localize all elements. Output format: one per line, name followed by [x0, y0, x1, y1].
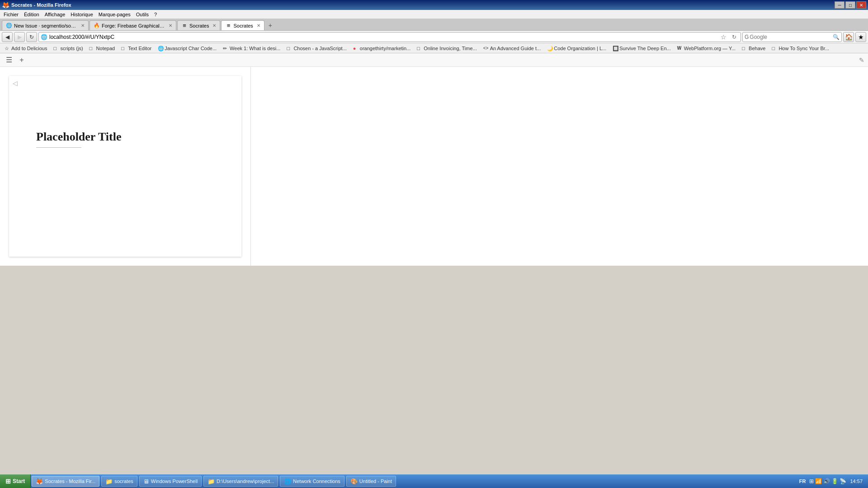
- taskbar-icon-firefox: 🦊: [36, 478, 43, 485]
- bookmark-favicon-code-org: 🌙: [547, 46, 552, 51]
- menu-fichier[interactable]: Fichier: [1, 10, 21, 19]
- title-bar-controls[interactable]: ─ □ ✕: [835, 1, 866, 9]
- tab-icon-forge: 🔥: [94, 23, 100, 29]
- bookmark-scripts[interactable]: □ scripts (js): [51, 44, 86, 52]
- bookmark-chosen[interactable]: □ Chosen - a JavaScript...: [284, 44, 349, 52]
- taskbar-item-socrates[interactable]: 📁 socrates: [101, 476, 137, 487]
- back-button[interactable]: ◀: [2, 32, 13, 42]
- tray-icon-signal: 📡: [840, 478, 846, 484]
- tab-close-socrates-2[interactable]: ✕: [257, 23, 260, 28]
- bookmark-delicious[interactable]: ☆ Add to Delicious: [2, 44, 50, 52]
- maximize-button[interactable]: □: [845, 1, 855, 9]
- address-bar-wrapper: 🌐 ☆ ↻: [38, 32, 741, 42]
- taskbar-item-explorer[interactable]: 📁 D:\Users\andrew\project...: [203, 476, 278, 487]
- tab-close-socrates-1[interactable]: ✕: [212, 23, 216, 28]
- doc-back-arrow[interactable]: ◁: [13, 80, 18, 87]
- menu-marque-pages[interactable]: Marque-pages: [96, 10, 133, 19]
- taskbar-label-firefox: Socrates - Mozilla Fir...: [45, 479, 95, 484]
- tab-bar: 🌐 New Issue · segmentio/socrates ✕ 🔥 For…: [0, 19, 868, 31]
- tab-icon-socrates-2: ≡: [225, 23, 231, 29]
- taskbar-item-paint[interactable]: 🎨 Untitled - Paint: [346, 476, 396, 487]
- refresh-button[interactable]: ↻: [26, 32, 37, 42]
- add-item-button[interactable]: +: [16, 55, 27, 66]
- bookmark-favicon-js-char: 🌐: [158, 46, 163, 51]
- title-bar-left: 🦊 Socrates - Mozilla Firefox: [2, 1, 71, 9]
- address-input[interactable]: [49, 34, 717, 40]
- tray-icon-windows: ⊞: [809, 478, 814, 484]
- tab-forge[interactable]: 🔥 Forge: Firebase Graphical Debugger ✕: [90, 20, 176, 30]
- bookmark-favicon-survive: 🔲: [613, 46, 618, 51]
- taskbar-item-firefox[interactable]: 🦊 Socrates - Mozilla Fir...: [32, 476, 99, 487]
- home-button[interactable]: 🏠: [843, 32, 854, 42]
- clock: 14:57: [848, 479, 864, 484]
- close-button[interactable]: ✕: [856, 1, 866, 9]
- bookmark-favicon-online-invoicing: □: [417, 46, 422, 51]
- address-refresh-icon[interactable]: ↻: [730, 33, 739, 42]
- bookmark-star-icon[interactable]: ☆: [719, 33, 728, 42]
- bookmarks-button[interactable]: ★: [855, 32, 866, 42]
- bookmark-notepad[interactable]: □ Notepad: [87, 44, 118, 52]
- forward-button[interactable]: ▶: [14, 32, 25, 42]
- bookmark-label-notepad: Notepad: [96, 46, 115, 51]
- nav-bar: ◀ ▶ ↻ 🌐 ☆ ↻ G 🔍 🏠 ★: [0, 31, 868, 43]
- menu-affichage[interactable]: Affichage: [42, 10, 68, 19]
- bookmark-favicon-webplatform: W: [677, 46, 683, 51]
- new-tab-button[interactable]: +: [265, 20, 275, 30]
- bookmark-advanced-guide[interactable]: <> An Advanced Guide t...: [481, 44, 544, 52]
- bookmark-js-char[interactable]: 🌐 Javascript Char Code...: [155, 44, 219, 52]
- title-bar: 🦊 Socrates - Mozilla Firefox ─ □ ✕: [0, 0, 868, 10]
- search-input[interactable]: [750, 34, 832, 40]
- bookmark-online-invoicing[interactable]: □ Online Invoicing, Time...: [414, 44, 479, 52]
- start-button[interactable]: ⊞ Start: [0, 474, 31, 488]
- tab-new-issue[interactable]: 🌐 New Issue · segmentio/socrates ✕: [2, 20, 89, 30]
- bookmark-survive[interactable]: 🔲 Survive The Deep En...: [610, 44, 674, 52]
- bookmarks-bar: ☆ Add to Delicious □ scripts (js) □ Note…: [0, 43, 868, 53]
- bookmark-orangethirty[interactable]: ● orangethirty/marketin...: [350, 44, 414, 52]
- minimize-button[interactable]: ─: [835, 1, 844, 9]
- firefox-icon: 🦊: [2, 1, 9, 9]
- bookmark-week1[interactable]: ✏ Week 1: What is desi...: [220, 44, 283, 52]
- bookmark-label-online-invoicing: Online Invoicing, Time...: [424, 46, 476, 51]
- browser-content: ☰ + ✎ ◁ Placeholder Title: [0, 53, 868, 266]
- right-panel: [251, 67, 868, 266]
- taskbar-icon-explorer: 📁: [208, 478, 215, 485]
- bookmark-code-org[interactable]: 🌙 Code Organization | L...: [544, 44, 609, 52]
- tab-socrates-2[interactable]: ≡ Socrates ✕: [221, 20, 264, 30]
- taskbar-icon-paint: 🎨: [350, 478, 358, 485]
- taskbar-item-powershell[interactable]: 🖥 Windows PowerShell: [139, 476, 202, 487]
- start-icon: ⊞: [5, 478, 11, 485]
- bookmark-webplatform[interactable]: W WebPlatform.org — Y...: [675, 44, 738, 52]
- taskbar-icon-powershell: 🖥: [143, 478, 149, 485]
- title-bar-title: Socrates - Mozilla Firefox: [11, 2, 71, 8]
- bookmark-label-webplatform: WebPlatform.org — Y...: [684, 46, 736, 51]
- list-view-button[interactable]: ☰: [4, 55, 14, 66]
- bookmark-label-chosen: Chosen - a JavaScript...: [293, 46, 346, 51]
- bookmark-text-editor[interactable]: □ Text Editor: [118, 44, 154, 52]
- doc-page: ◁ Placeholder Title: [9, 76, 241, 257]
- menu-help[interactable]: ?: [151, 10, 160, 19]
- tab-label-forge: Forge: Firebase Graphical Debugger: [102, 23, 165, 28]
- tab-close-new-issue[interactable]: ✕: [81, 23, 85, 28]
- address-icon: 🌐: [41, 34, 47, 40]
- system-tray: ⊞ 📶 🔊 🔋 📡: [809, 478, 846, 484]
- tab-close-forge[interactable]: ✕: [169, 23, 172, 28]
- menu-edition[interactable]: Édition: [21, 10, 42, 19]
- tab-socrates-1[interactable]: ≡ Socrates ✕: [177, 20, 220, 30]
- bookmark-label-code-org: Code Organization | L...: [554, 46, 606, 51]
- search-bar-wrapper: G 🔍: [742, 32, 842, 42]
- bookmark-favicon-scripts: □: [54, 46, 59, 51]
- taskbar-label-powershell: Windows PowerShell: [151, 479, 198, 484]
- bookmark-sync[interactable]: □ How To Sync Your Br...: [769, 44, 832, 52]
- bookmark-favicon-week1: ✏: [223, 46, 228, 51]
- tray-icon-network: 📶: [815, 478, 822, 484]
- menu-bar: Fichier Édition Affichage Historique Mar…: [0, 10, 868, 19]
- taskbar-item-network[interactable]: 🌐 Network Connections: [280, 476, 344, 487]
- menu-historique[interactable]: Historique: [68, 10, 96, 19]
- bookmark-behave[interactable]: □ Behave: [739, 44, 768, 52]
- edit-icon[interactable]: ✎: [859, 56, 864, 64]
- bookmark-label-text-editor: Text Editor: [128, 46, 151, 51]
- search-submit-button[interactable]: 🔍: [833, 34, 840, 40]
- left-panel: ◁ Placeholder Title: [0, 67, 251, 266]
- menu-outils[interactable]: Outils: [133, 10, 151, 19]
- language-indicator: FR: [797, 479, 808, 484]
